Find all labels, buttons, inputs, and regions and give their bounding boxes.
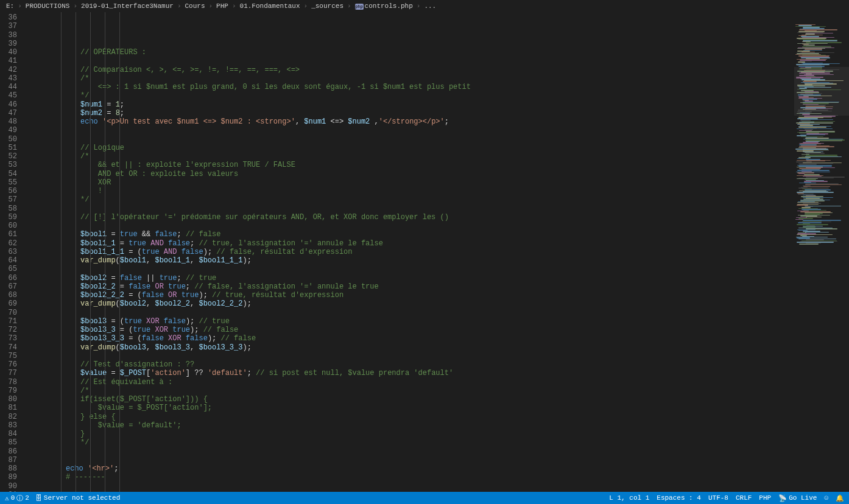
code-line[interactable]: XOR [26,178,849,187]
code-line[interactable]: // Test d'assignation : ?? [26,360,849,369]
server-status[interactable]: 🗄 Server not selected [35,494,120,502]
breadcrumb-segment[interactable]: 2019-01_Interface3Namur [81,0,174,12]
code-line[interactable]: $bool3 = (true XOR false); // true [26,317,849,326]
code-line[interactable] [26,456,849,464]
code-line[interactable] [26,482,849,491]
breadcrumb-separator: › [209,0,213,12]
go-live-button[interactable]: 📡 Go Live [778,494,817,502]
line-number: 80 [0,395,17,404]
line-number: 71 [0,317,17,326]
code-line[interactable]: $bool3_3 = (true XOR true); // false [26,326,849,334]
problems-status[interactable]: ⚠0 ⓘ2 [5,494,29,503]
code-line[interactable]: if(isset($_POST['action'])) { [26,395,849,404]
code-line[interactable]: # ------- [26,473,849,481]
code-line[interactable] [26,126,849,135]
code-line[interactable]: // [!] l'opérateur '=' prédomine sur opé… [26,213,849,222]
code-area[interactable]: // OPÉRATEURS :// Comparaison <, >, <=, … [26,12,849,492]
server-label: Server not selected [44,494,120,502]
breadcrumb-segment[interactable]: ... [424,0,436,12]
code-line[interactable]: */ [26,438,849,447]
line-number: 90 [0,482,17,491]
code-line[interactable]: } else { [26,413,849,421]
code-line[interactable]: echo '<hr>'; [26,464,849,473]
code-line[interactable]: var_dump($bool3, $bool3_3, $bool3_3_3); [26,343,849,352]
code-line[interactable]: $bool2_2 = false OR true; // false, l'as… [26,282,849,291]
eol-status[interactable]: CRLF [736,494,752,502]
line-number: 63 [0,248,17,256]
line-number: 81 [0,404,17,412]
line-number: 74 [0,343,17,352]
code-line[interactable]: */ [26,91,849,100]
breadcrumb-segment[interactable]: 01.Fondamentaux [240,0,300,12]
cursor-position[interactable]: L 1, col 1 [609,494,649,502]
code-line[interactable]: $bool1_1 = true AND false; // true, l'as… [26,239,849,248]
code-line[interactable] [26,309,849,317]
code-line[interactable]: AND et OR : exploite les valeurs [26,170,849,178]
line-number: 76 [0,360,17,369]
code-line[interactable] [26,205,849,213]
line-number: 86 [0,447,17,456]
code-line[interactable]: } [26,430,849,438]
code-line[interactable] [26,40,849,48]
code-line[interactable]: var_dump($bool2, $bool2_2, $bool2_2_2); [26,299,849,308]
code-line[interactable]: /* [26,387,849,395]
encoding-status[interactable]: UTF-8 [708,494,728,502]
code-line[interactable]: <=> : 1 si $num1 est plus grand, 0 si le… [26,83,849,91]
code-line[interactable]: // OPÉRATEURS : [26,48,849,57]
indentation-status[interactable]: Espaces : 4 [657,494,701,502]
code-line[interactable] [26,352,849,360]
code-line[interactable]: $bool2 = false || true; // true [26,274,849,282]
line-number: 56 [0,187,17,195]
code-line[interactable]: // Logique [26,144,849,152]
code-line[interactable]: /* [26,74,849,83]
code-line[interactable]: $bool1_1_1 = (true AND false); // false,… [26,248,849,256]
code-line[interactable]: // Comparaison <, >, <=, >=, !=, !==, ==… [26,66,849,74]
code-line[interactable]: /* [26,152,849,161]
breadcrumb-segment[interactable]: _sources [311,0,343,12]
language-mode[interactable]: PHP [759,494,771,502]
line-number: 87 [0,456,17,464]
code-line[interactable]: $bool3_3_3 = (false XOR false); // false [26,334,849,343]
code-line[interactable]: $bool1 = true && false; // false [26,230,849,239]
code-line[interactable]: $value = $_POST['action'] ?? 'default'; … [26,369,849,377]
code-line[interactable] [26,57,849,65]
code-line[interactable] [26,222,849,230]
line-number: 68 [0,291,17,299]
code-line[interactable]: $bool2_2_2 = (false OR true); // true, r… [26,291,849,299]
breadcrumb-separator: › [73,0,77,12]
line-number: 78 [0,378,17,387]
breadcrumb-separator: › [304,0,308,12]
code-line[interactable]: echo '<p>Un test avec $num1 <=> $num2 : … [26,117,849,126]
code-editor[interactable]: 3637383940414243444546474849505152535455… [0,12,849,492]
code-line[interactable]: $num2 = 8; [26,109,849,117]
code-line[interactable]: */ [26,195,849,204]
breadcrumb-segment[interactable]: E: [6,0,14,12]
breadcrumb-segment[interactable]: PHP [216,0,228,12]
line-number: 60 [0,222,17,230]
code-line[interactable]: && et || : exploite l'expression TRUE / … [26,161,849,169]
breadcrumb-separator: › [18,0,22,12]
code-line[interactable]: $value = $_POST['action']; [26,404,849,412]
minimap[interactable] [794,24,849,504]
feedback-button[interactable]: ☺ [824,494,828,502]
code-line[interactable] [26,135,849,144]
feedback-icon: ☺ [824,494,828,502]
line-number: 82 [0,413,17,421]
line-number: 85 [0,438,17,447]
line-number: 36 [0,13,17,22]
line-number: 57 [0,195,17,204]
breadcrumb-segment[interactable]: PRODUCTIONS [26,0,70,12]
code-line[interactable]: var_dump($bool1, $bool1_1, $bool1_1_1); [26,256,849,265]
code-line[interactable] [26,447,849,456]
code-line[interactable]: $num1 = 1; [26,100,849,109]
line-number: 51 [0,144,17,152]
code-line[interactable] [26,265,849,273]
breadcrumb-segment[interactable]: Cours [185,0,205,12]
line-number: 88 [0,464,17,473]
code-line[interactable]: ! [26,187,849,195]
notifications-button[interactable]: 🔔 [836,494,844,502]
code-line[interactable]: $value = 'default'; [26,421,849,430]
breadcrumb-segment[interactable]: phpcontrols.php [355,0,413,12]
line-number: 38 [0,31,17,40]
code-line[interactable]: // Est équivalent à : [26,378,849,387]
